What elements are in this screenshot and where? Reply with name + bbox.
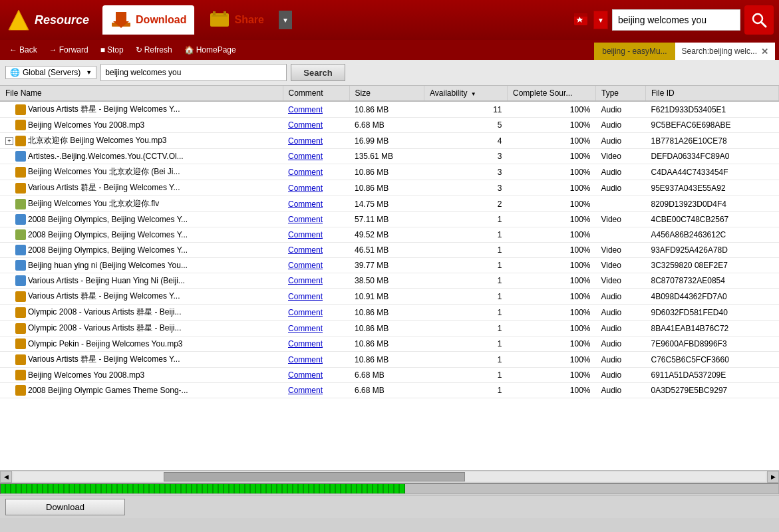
stop-button[interactable]: ■ Stop — [95, 43, 129, 57]
comment-link[interactable]: Comment — [288, 168, 323, 177]
table-row[interactable]: 2008 Beijing Olympic Games Theme Song-..… — [0, 383, 779, 398]
header-availability[interactable]: Availability ▼ — [424, 86, 508, 101]
comment-link[interactable]: Comment — [288, 184, 323, 193]
video-file-icon — [15, 275, 26, 286]
cell-complete: 100% — [508, 336, 596, 352]
comment-link[interactable]: Comment — [288, 339, 323, 348]
table-row[interactable]: Beijing Welcomes You 2008.mp3Comment6.68… — [0, 118, 779, 133]
scroll-right-button[interactable]: ▶ — [767, 471, 779, 483]
share-tab-button[interactable]: Share — [201, 5, 271, 35]
cell-filename: Various Artists 群星 - Beijing Welcomes Y.… — [0, 180, 283, 196]
cell-size: 10.86 MB — [349, 305, 424, 321]
forward-button[interactable]: → Forward — [44, 43, 94, 57]
download-tab-button[interactable]: Download — [102, 5, 194, 35]
comment-link[interactable]: Comment — [288, 152, 323, 161]
cell-size: 57.11 MB — [349, 212, 424, 227]
cell-fileid: C4DAA44C7433454F — [645, 164, 778, 180]
header-type[interactable]: Type — [595, 86, 645, 101]
comment-link[interactable]: Comment — [288, 292, 323, 301]
table-row[interactable]: Various Artists 群星 - Beijing Welcomes Y.… — [0, 352, 779, 368]
comment-link[interactable]: Comment — [288, 308, 323, 317]
refresh-button[interactable]: ↻ Refresh — [130, 43, 178, 57]
comment-link[interactable]: Comment — [288, 276, 323, 285]
comment-link[interactable]: Comment — [288, 245, 323, 255]
cell-size: 38.50 MB — [349, 273, 424, 289]
cell-fileid: 0A3D5279E5BC9297 — [645, 383, 778, 398]
filename-text: Various Artists - Beijing Huan Ying Ni (… — [28, 276, 277, 285]
cell-fileid: A456A86B2463612C — [645, 227, 778, 243]
server-selector[interactable]: 🌐 Global (Servers) ▼ — [5, 66, 96, 79]
cell-availability: 3 — [424, 180, 508, 196]
table-row[interactable]: 2008 Beijing Olympics, Beijing Welcomes … — [0, 243, 779, 258]
table-row[interactable]: 2008 Beijing Olympics, Beijing Welcomes … — [0, 212, 779, 227]
table-row[interactable]: Various Artists 群星 - Beijing Welcomes Y.… — [0, 180, 779, 196]
scroll-track[interactable] — [13, 472, 766, 481]
video-file-icon — [15, 151, 26, 162]
cell-availability: 2 — [424, 196, 508, 212]
download-button[interactable]: Download — [5, 499, 125, 515]
cell-fileid: 93AFD925A426A78D — [645, 243, 778, 258]
table-row[interactable]: Olympic 2008 - Various Artists 群星 - Beij… — [0, 305, 779, 321]
comment-link[interactable]: Comment — [288, 261, 323, 270]
table-row[interactable]: Olympic 2008 - Various Artists 群星 - Beij… — [0, 321, 779, 336]
comment-link[interactable]: Comment — [288, 230, 323, 239]
table-row[interactable]: Various Artists 群星 - Beijing Welcomes Y.… — [0, 101, 779, 118]
horizontal-scrollbar[interactable]: ◀ ▶ — [0, 470, 779, 482]
global-search-input[interactable] — [612, 9, 740, 31]
scroll-thumb[interactable] — [164, 472, 464, 481]
tab-easymule[interactable]: beijing - easyMu... — [594, 43, 675, 60]
back-button[interactable]: ← Back — [4, 43, 43, 57]
tab-close-button[interactable]: ✕ — [761, 47, 768, 57]
table-row[interactable]: Beijing huan ying ni (Beijing Welcomes Y… — [0, 258, 779, 273]
search-button[interactable]: Search — [291, 64, 345, 81]
homepage-button[interactable]: 🏠 HomePage — [179, 43, 241, 57]
table-row[interactable]: 2008 Beijing Olympics, Beijing Welcomes … — [0, 227, 779, 243]
comment-link[interactable]: Comment — [288, 120, 323, 130]
table-row[interactable]: +北京欢迎你 Beijing Welcomes You.mp3Comment16… — [0, 133, 779, 149]
comment-link[interactable]: Comment — [288, 355, 323, 364]
table-row[interactable]: Olympic Pekin - Beijing Welcomes You.mp3… — [0, 336, 779, 352]
cell-availability: 11 — [424, 101, 508, 118]
header-size[interactable]: Size — [349, 86, 424, 101]
header-fileid[interactable]: File ID — [645, 86, 778, 101]
table-row[interactable]: Various Artists 群星 - Beijing Welcomes Y.… — [0, 289, 779, 305]
filename-text: Beijing Welcomes You 2008.mp3 — [28, 370, 277, 380]
cell-fileid: 8209D13923D0D4F4 — [645, 196, 778, 212]
expand-button[interactable]: + — [5, 137, 13, 145]
favorites-icon — [573, 12, 589, 28]
favorites-dropdown[interactable]: ▼ — [593, 11, 608, 29]
cell-complete: 100% — [508, 243, 596, 258]
cell-size: 10.91 MB — [349, 289, 424, 305]
comment-link[interactable]: Comment — [288, 200, 323, 209]
share-dropdown-arrow[interactable]: ▼ — [279, 11, 292, 29]
cell-comment: Comment — [283, 383, 349, 398]
comment-link[interactable]: Comment — [288, 136, 323, 146]
comment-link[interactable]: Comment — [288, 386, 323, 395]
header-complete[interactable]: Complete Sour... — [508, 86, 596, 101]
filename-text: Various Artists 群星 - Beijing Welcomes Y.… — [28, 182, 277, 194]
header-filename[interactable]: File Name — [0, 86, 283, 101]
header-comment[interactable]: Comment — [283, 86, 349, 101]
comment-link[interactable]: Comment — [288, 370, 323, 380]
table-row[interactable]: Artistes.-.Beijing.Welcomes.You.(CCTV.Ol… — [0, 149, 779, 164]
forward-arrow-icon: → — [49, 45, 57, 55]
table-row[interactable]: Beijing Welcomes You 北京欢迎你.flvComment14.… — [0, 196, 779, 212]
cell-complete: 100% — [508, 149, 596, 164]
comment-link[interactable]: Comment — [288, 105, 323, 114]
filename-text: Various Artists 群星 - Beijing Welcomes Y.… — [28, 354, 277, 365]
table-row[interactable]: Beijing Welcomes You 北京欢迎你 (Bei Ji...Com… — [0, 164, 779, 180]
cell-type: Video — [595, 243, 645, 258]
global-search-button[interactable] — [744, 5, 774, 35]
cell-type: Audio — [595, 383, 645, 398]
audio-file-icon — [15, 354, 26, 365]
scroll-left-button[interactable]: ◀ — [0, 471, 12, 483]
results-table-container[interactable]: File Name Comment Size Availability ▼ Co… — [0, 86, 779, 470]
comment-link[interactable]: Comment — [288, 324, 323, 333]
search-input[interactable] — [100, 64, 287, 81]
tab-bar: beijing - easyMu... Search:beijing welc.… — [594, 40, 775, 60]
cell-type: Video — [595, 149, 645, 164]
table-row[interactable]: Various Artists - Beijing Huan Ying Ni (… — [0, 273, 779, 289]
tab-search-results[interactable]: Search:beijing welc... ✕ — [675, 43, 775, 60]
table-row[interactable]: Beijing Welcomes You 2008.mp3Comment6.68… — [0, 368, 779, 383]
comment-link[interactable]: Comment — [288, 215, 323, 224]
